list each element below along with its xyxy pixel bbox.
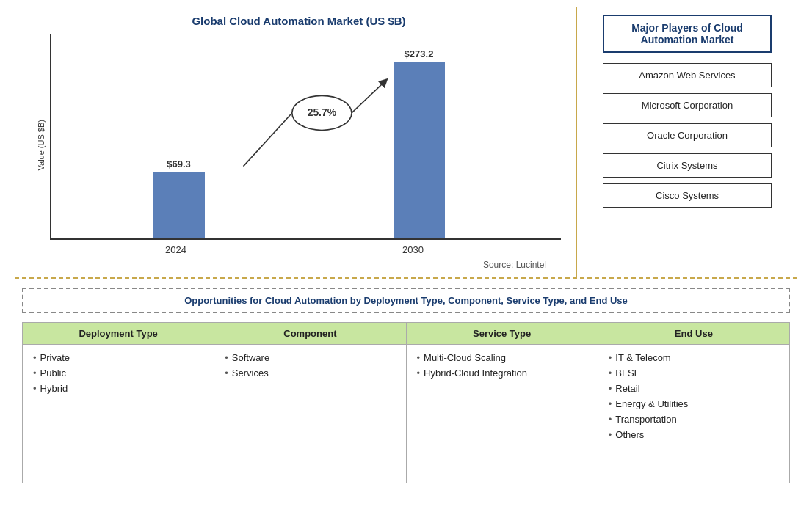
chart-area: Global Cloud Automation Market (US $B) V… xyxy=(15,7,577,277)
item-hybrid: •Hybrid xyxy=(33,383,203,394)
players-title: Major Players of Cloud Automation Market xyxy=(603,15,772,53)
bullet: • xyxy=(609,352,612,363)
item-public: •Public xyxy=(33,368,203,379)
item-it-telecom: •IT & Telecom xyxy=(609,352,779,363)
player-item-4: Cisco Systems xyxy=(603,183,772,208)
chart-title: Global Cloud Automation Market (US $B) xyxy=(192,15,405,27)
bottom-section: Opportunities for Cloud Automation by De… xyxy=(15,279,797,519)
item-retail: •Retail xyxy=(609,383,779,394)
bar-value-2024: $69.3 xyxy=(167,158,191,169)
svg-line-2 xyxy=(352,81,385,113)
bar-2024 xyxy=(153,172,205,238)
items-enduse: •IT & Telecom •BFSI •Retail •Energy & Ut… xyxy=(598,345,789,483)
item-multicloud: •Multi-Cloud Scaling xyxy=(417,352,587,363)
header-component: Component xyxy=(214,323,405,345)
chart-inner: 25.7% xyxy=(50,34,561,255)
bullet: • xyxy=(33,368,37,379)
player-item-3: Citrix Systems xyxy=(603,153,772,178)
item-services: •Services xyxy=(225,368,395,379)
item-energy: •Energy & Utilities xyxy=(609,398,779,409)
x-axis-labels: 2024 2030 xyxy=(50,240,561,255)
svg-point-0 xyxy=(292,95,352,130)
bars-container: 25.7% xyxy=(50,34,561,240)
header-deployment: Deployment Type xyxy=(23,323,214,345)
svg-line-3 xyxy=(243,113,291,167)
bullet: • xyxy=(609,383,612,394)
col-enduse: End Use •IT & Telecom •BFSI •Retail •Ene… xyxy=(598,323,789,483)
source-label: Source: Lucintel xyxy=(37,260,561,270)
main-container: Global Cloud Automation Market (US $B) V… xyxy=(0,0,812,526)
col-deployment: Deployment Type •Private •Public •Hybrid xyxy=(23,323,214,483)
x-label-2024: 2024 xyxy=(165,244,186,255)
cagr-arrow-svg: 25.7% xyxy=(51,34,561,238)
item-others: •Others xyxy=(609,429,779,440)
col-service: Service Type •Multi-Cloud Scaling •Hybri… xyxy=(407,323,598,483)
chart-wrapper: Value (US $B) 25.7% xyxy=(37,34,561,255)
opportunities-title: Opportunities for Cloud Automation by De… xyxy=(22,288,790,313)
player-item-0: Amazon Web Services xyxy=(603,63,772,87)
svg-text:25.7%: 25.7% xyxy=(308,106,336,118)
item-transport: •Transportation xyxy=(609,414,779,425)
bullet: • xyxy=(417,352,421,363)
bullet: • xyxy=(417,368,421,379)
item-software: •Software xyxy=(225,352,395,363)
item-private: •Private xyxy=(33,352,203,363)
players-section: Major Players of Cloud Automation Market… xyxy=(577,7,797,277)
y-axis-label: Value (US $B) xyxy=(37,120,46,171)
bar-group-2030: $273.2 xyxy=(394,48,445,238)
col-component: Component •Software •Services xyxy=(214,323,406,483)
bullet: • xyxy=(609,429,612,440)
player-item-2: Oracle Corporation xyxy=(603,123,772,147)
x-label-2030: 2030 xyxy=(402,244,424,255)
bullet: • xyxy=(33,352,37,363)
bullet: • xyxy=(225,352,228,363)
bar-group-2024: $69.3 xyxy=(153,158,205,238)
item-hybridcloud: •Hybrid-Cloud Integration xyxy=(417,368,587,379)
bullet: • xyxy=(609,398,612,409)
header-enduse: End Use xyxy=(598,323,789,345)
bar-2030 xyxy=(394,62,445,238)
bullet: • xyxy=(609,368,612,379)
bullet: • xyxy=(33,383,37,394)
header-service: Service Type xyxy=(407,323,598,345)
item-bfsi: •BFSI xyxy=(609,368,779,379)
items-service: •Multi-Cloud Scaling •Hybrid-Cloud Integ… xyxy=(407,345,598,483)
bar-value-2030: $273.2 xyxy=(405,48,434,59)
bullet: • xyxy=(609,414,612,425)
bullet: • xyxy=(225,368,228,379)
items-component: •Software •Services xyxy=(214,345,405,483)
top-section: Global Cloud Automation Market (US $B) V… xyxy=(15,7,797,279)
player-item-1: Microsoft Corporation xyxy=(603,93,772,117)
items-deployment: •Private •Public •Hybrid xyxy=(23,345,214,483)
categories-row: Deployment Type •Private •Public •Hybrid… xyxy=(22,322,790,483)
